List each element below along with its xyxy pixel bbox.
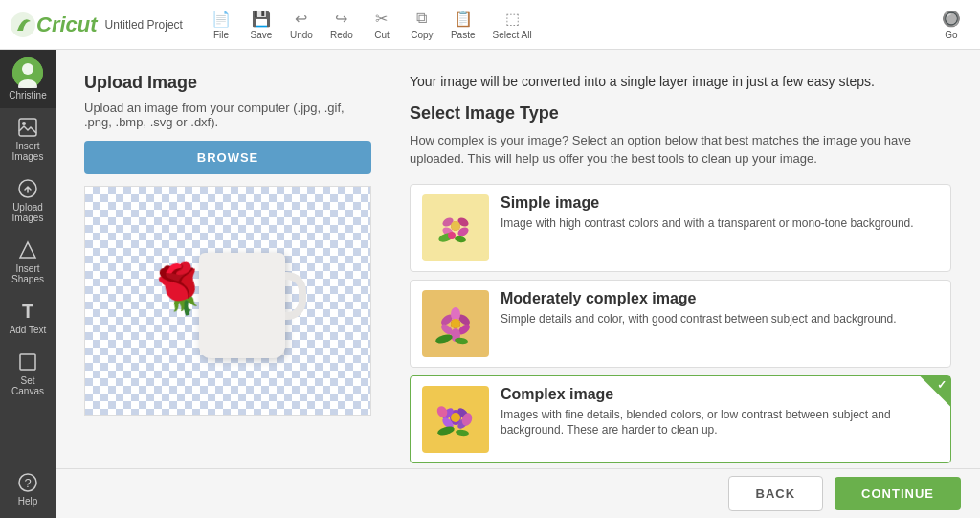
upload-images-icon: [16, 177, 39, 200]
mug-scene: 🌹: [85, 225, 370, 415]
copy-button[interactable]: ⧉ Copy: [403, 5, 441, 44]
image-type-list: Simple image Image with high contrast co…: [410, 184, 951, 463]
select-all-button[interactable]: ⬚ Select All: [485, 5, 540, 44]
save-button[interactable]: 💾 Save: [242, 5, 280, 44]
cricut-logo-text: Cricut: [36, 12, 98, 37]
card-name-moderate: Moderately complex image: [501, 290, 939, 307]
continue-button[interactable]: CONTINUE: [835, 477, 961, 510]
main-layout: Christine InsertImages UploadImages Inse…: [0, 50, 980, 518]
simple-flower-svg: [427, 199, 484, 257]
complex-flower-svg: [427, 391, 484, 448]
svg-rect-8: [20, 354, 35, 370]
card-desc-simple: Image with high contrast colors and with…: [501, 215, 939, 232]
file-icon: 📄: [212, 9, 231, 28]
select-intro: Your image will be converted into a sing…: [410, 73, 951, 92]
add-text-icon: T: [16, 300, 39, 323]
insert-images-icon: [16, 116, 39, 139]
avatar: [12, 57, 43, 88]
undo-button[interactable]: ↩ Undo: [282, 5, 321, 44]
sidebar-item-upload-images[interactable]: UploadImages: [0, 169, 56, 231]
svg-text:?: ?: [24, 476, 31, 490]
svg-point-20: [448, 232, 456, 239]
file-button[interactable]: 📄 File: [202, 5, 240, 44]
sidebar-label-insert-images: InsertImages: [12, 141, 44, 162]
card-name-simple: Simple image: [501, 194, 939, 212]
svg-marker-7: [20, 242, 35, 258]
browse-button[interactable]: BROWSE: [84, 141, 371, 174]
redo-button[interactable]: ↪ Redo: [323, 5, 361, 44]
image-type-card-simple[interactable]: Simple image Image with high contrast co…: [410, 184, 951, 272]
cricut-logo: Cricut: [10, 11, 98, 38]
set-canvas-icon: [16, 350, 39, 373]
svg-point-27: [451, 307, 460, 321]
user-name: Christine: [9, 90, 46, 101]
go-button[interactable]: 🔘 Go: [932, 5, 970, 44]
toolbar: Cricut Untitled Project 📄 File 💾 Save ↩ …: [0, 0, 980, 50]
svg-point-17: [451, 221, 460, 231]
svg-rect-4: [19, 119, 36, 136]
upload-description: Upload an image from your computer (.jpg…: [84, 101, 371, 129]
select-image-type-section: Your image will be converted into a sing…: [410, 73, 951, 445]
redo-icon: ↪: [332, 9, 351, 28]
sidebar: Christine InsertImages UploadImages Inse…: [0, 50, 56, 518]
paste-icon: 📋: [454, 9, 473, 28]
user-profile[interactable]: Christine: [0, 50, 56, 108]
sidebar-label-insert-shapes: InsertShapes: [11, 263, 44, 284]
insert-shapes-icon: [16, 238, 39, 261]
upload-section: Upload Image Upload an image from your c…: [84, 73, 371, 445]
sidebar-item-help[interactable]: ? Help: [0, 463, 56, 514]
paste-button[interactable]: 📋 Paste: [443, 5, 483, 44]
cricut-logo-icon: [10, 11, 36, 38]
upload-title: Upload Image: [84, 73, 371, 93]
card-desc-moderate: Simple details and color, with good cont…: [501, 311, 939, 327]
select-all-icon: ⬚: [502, 9, 522, 28]
card-desc-complex: Images with fine details, blended colors…: [501, 407, 939, 439]
sidebar-label-set-canvas: Set Canvas: [4, 375, 52, 396]
svg-point-5: [22, 122, 26, 125]
card-name-complex: Complex image: [501, 386, 939, 403]
cut-icon: ✂: [372, 9, 391, 28]
card-info-simple: Simple image Image with high contrast co…: [501, 194, 939, 232]
image-type-card-moderate[interactable]: Moderately complex image Simple details …: [410, 280, 951, 368]
image-preview: 🌹: [84, 186, 371, 416]
sidebar-item-insert-shapes[interactable]: InsertShapes: [0, 231, 56, 292]
thumbnail-complex: [422, 386, 489, 453]
svg-point-29: [451, 319, 460, 328]
copy-icon: ⧉: [412, 9, 432, 28]
toolbar-actions: 📄 File 💾 Save ↩ Undo ↪ Redo ✂ Cut ⧉ Copy…: [202, 5, 970, 44]
svg-point-38: [451, 413, 460, 422]
mug: [199, 253, 285, 358]
user-avatar-icon: [12, 57, 43, 88]
project-title: Untitled Project: [105, 18, 183, 32]
thumbnail-moderate: [422, 290, 489, 357]
thumbnail-simple: [422, 194, 489, 261]
image-type-card-complex[interactable]: Complex image Images with fine details, …: [410, 375, 951, 463]
sidebar-item-insert-images[interactable]: InsertImages: [0, 108, 56, 169]
undo-icon: ↩: [292, 9, 311, 28]
sidebar-item-set-canvas[interactable]: Set Canvas: [0, 343, 56, 404]
card-info-complex: Complex image Images with fine details, …: [501, 386, 939, 439]
moderate-flower-svg: [427, 295, 484, 352]
upload-panel: Upload Image Upload an image from your c…: [56, 50, 980, 468]
content-area: Upload Image Upload an image from your c…: [56, 50, 980, 518]
save-icon: 💾: [252, 9, 271, 28]
svg-point-2: [22, 63, 33, 75]
cut-button[interactable]: ✂ Cut: [363, 5, 401, 44]
sidebar-label-help: Help: [18, 496, 38, 507]
card-info-moderate: Moderately complex image Simple details …: [501, 290, 939, 327]
select-image-type-title: Select Image Type: [410, 103, 951, 124]
select-image-type-description: How complex is your image? Select an opt…: [410, 131, 951, 169]
back-button[interactable]: BACK: [728, 476, 824, 511]
sidebar-label-add-text: Add Text: [10, 325, 47, 335]
bottom-bar: BACK CONTINUE: [56, 468, 980, 518]
sidebar-label-upload-images: UploadImages: [12, 202, 44, 223]
brand: Cricut Untitled Project: [10, 11, 183, 38]
sidebar-item-add-text[interactable]: T Add Text: [0, 292, 56, 343]
go-icon: 🔘: [942, 9, 961, 28]
help-icon: ?: [16, 471, 39, 494]
